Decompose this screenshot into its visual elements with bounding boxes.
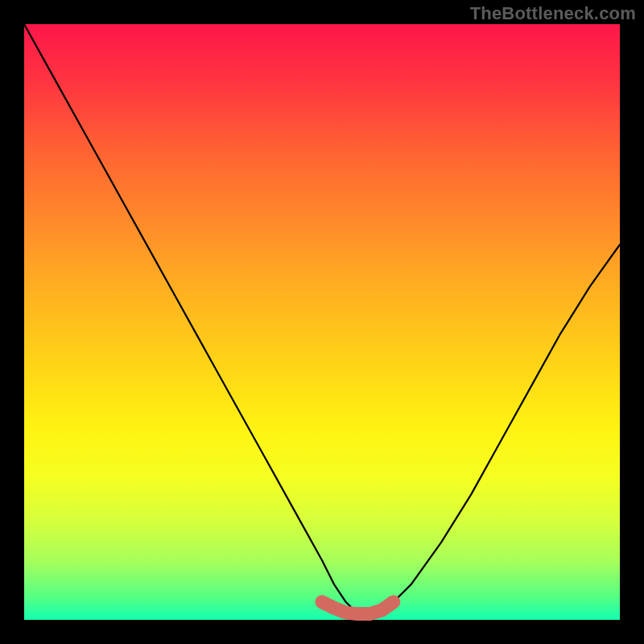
chart-frame: TheBottleneck.com [0,0,644,644]
bottleneck-curve-line [24,24,620,614]
chart-svg [24,24,620,620]
plot-area [24,24,620,620]
watermark-text: TheBottleneck.com [470,3,636,24]
optimal-valley-highlight [322,602,394,614]
